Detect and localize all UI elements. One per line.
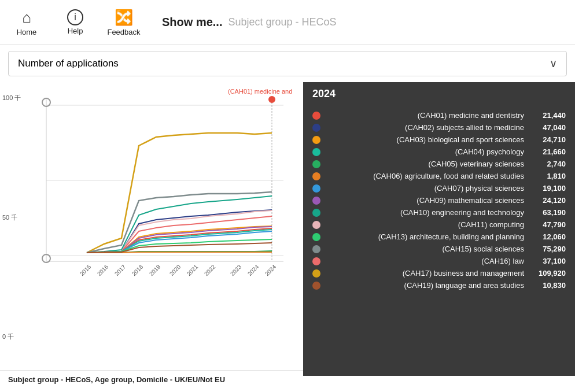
y-label-50: 50 千 <box>2 213 21 222</box>
home-nav[interactable]: ⌂ Home <box>9 9 44 36</box>
legend-label: (CAH06) agriculture, food and related st… <box>326 172 524 180</box>
svg-text:2023: 2023 <box>229 263 243 277</box>
svg-point-19 <box>268 96 275 103</box>
legend-item: (CAH16) law37,100 <box>312 255 566 267</box>
legend-dot <box>312 233 320 241</box>
legend-value: 21,660 <box>531 147 566 156</box>
legend-dot <box>312 209 320 217</box>
dropdown-label: Number of applications <box>18 58 119 69</box>
feedback-label: Feedback <box>107 28 140 36</box>
feedback-nav[interactable]: 🔀 Feedback <box>106 9 141 36</box>
svg-text:2015: 2015 <box>79 263 93 277</box>
legend-label: (CAH07) physical sciences <box>326 184 524 193</box>
legend-value: 37,100 <box>531 257 566 265</box>
legend-items-container: (CAH01) medicine and dentistry21,440(CAH… <box>312 109 566 291</box>
help-icon: i <box>67 9 83 25</box>
legend-item: (CAH01) medicine and dentistry21,440 <box>312 109 566 121</box>
y-label-100: 100 千 <box>2 94 21 102</box>
svg-text:2021: 2021 <box>186 263 200 277</box>
legend-dot <box>312 160 320 168</box>
svg-text:2024: 2024 <box>264 263 278 277</box>
legend-label: (CAH15) social sciences <box>326 245 524 253</box>
help-label: Help <box>68 27 83 35</box>
legend-label: (CAH02) subjects allied to medicine <box>326 123 524 132</box>
legend-dot <box>312 148 320 156</box>
legend-dot <box>312 172 320 180</box>
legend-value: 75,290 <box>531 245 566 253</box>
legend-item: (CAH06) agriculture, food and related st… <box>312 170 566 182</box>
legend-item: (CAH10) engineering and technology63,190 <box>312 206 566 219</box>
header: ⌂ Home i Help 🔀 Feedback Show me... Subj… <box>0 0 575 45</box>
legend-value: 109,920 <box>531 269 566 278</box>
legend-value: 10,830 <box>531 281 566 290</box>
legend-label: (CAH13) architecture, building and plann… <box>326 232 524 241</box>
legend-value: 2,740 <box>531 160 566 168</box>
legend-item: (CAH19) language and area studies10,830 <box>312 279 566 291</box>
legend-label: (CAH03) biological and sport sciences <box>326 135 524 144</box>
chevron-down-icon: ∨ <box>550 57 557 70</box>
legend-dot <box>312 282 320 290</box>
legend-item: (CAH09) mathematical sciences24,120 <box>312 194 566 206</box>
legend-value: 47,790 <box>531 220 566 229</box>
legend-value: 1,810 <box>531 172 566 180</box>
help-nav[interactable]: i Help <box>58 9 93 35</box>
home-label: Home <box>17 28 37 36</box>
legend-item: (CAH05) veterinary sciences2,740 <box>312 158 566 170</box>
status-text: Subject group - HECoS, Age group, Domici… <box>8 375 225 384</box>
legend-dot <box>312 136 320 144</box>
legend-value: 19,100 <box>531 184 566 193</box>
legend-value: 21,440 <box>531 111 566 120</box>
show-me-text: Show me... <box>162 16 222 29</box>
home-icon: ⌂ <box>22 9 31 27</box>
legend-label: (CAH10) engineering and technology <box>326 208 524 217</box>
legend-year: 2024 <box>312 88 566 103</box>
legend-dot <box>312 245 320 253</box>
legend-dot <box>312 197 320 205</box>
legend-panel: 2024 (CAH01) medicine and dentistry21,44… <box>303 82 575 376</box>
y-label-0: 0 千 <box>2 332 21 341</box>
legend-item: (CAH04) psychology21,660 <box>312 146 566 158</box>
legend-dot <box>312 221 320 229</box>
legend-label: (CAH01) medicine and dentistry <box>326 111 524 120</box>
legend-item: (CAH15) social sciences75,290 <box>312 243 566 255</box>
svg-text:2020: 2020 <box>168 263 182 277</box>
legend-label: (CAH09) mathematical sciences <box>326 196 524 205</box>
legend-dot <box>312 112 320 120</box>
legend-dot <box>312 184 320 193</box>
feedback-icon: 🔀 <box>115 9 133 27</box>
chart-tooltip-label: (CAH01) medicine and <box>226 87 294 96</box>
chart-svg-container: 2015 2016 2017 2018 2019 2020 2021 2022 … <box>29 88 301 341</box>
legend-value: 24,710 <box>531 135 566 144</box>
svg-text:2016: 2016 <box>96 263 110 277</box>
legend-dot <box>312 269 320 278</box>
legend-value: 24,120 <box>531 196 566 205</box>
legend-label: (CAH05) veterinary sciences <box>326 160 524 168</box>
legend-item: (CAH13) architecture, building and plann… <box>312 231 566 243</box>
svg-text:2019: 2019 <box>148 263 162 277</box>
legend-label: (CAH11) computing <box>326 220 524 229</box>
legend-value: 47,040 <box>531 123 566 132</box>
applications-dropdown[interactable]: Number of applications ∨ <box>8 51 567 76</box>
legend-item: (CAH17) business and management109,920 <box>312 267 566 279</box>
legend-label: (CAH04) psychology <box>326 147 524 156</box>
main-content: 100 千 50 千 0 千 <box>0 82 575 376</box>
legend-item: (CAH03) biological and sport sciences24,… <box>312 134 566 146</box>
chart-svg: 2015 2016 2017 2018 2019 2020 2021 2022 … <box>29 88 295 313</box>
legend-item: (CAH02) subjects allied to medicine47,04… <box>312 121 566 134</box>
svg-text:2017: 2017 <box>113 263 127 277</box>
chart-area: 100 千 50 千 0 千 <box>0 82 301 376</box>
legend-item: (CAH11) computing47,790 <box>312 219 566 231</box>
legend-value: 12,060 <box>531 232 566 241</box>
svg-text:2018: 2018 <box>131 263 145 277</box>
subject-group-text: Subject group - HECoS <box>228 16 336 28</box>
y-axis-labels: 100 千 50 千 0 千 <box>2 94 21 341</box>
legend-label: (CAH16) law <box>326 257 524 265</box>
legend-dot <box>312 124 320 132</box>
svg-text:2022: 2022 <box>203 263 217 277</box>
svg-text:2024: 2024 <box>246 263 260 277</box>
legend-label: (CAH17) business and management <box>326 269 524 278</box>
legend-dot <box>312 257 320 265</box>
legend-item: (CAH07) physical sciences19,100 <box>312 182 566 194</box>
legend-label: (CAH19) language and area studies <box>326 281 524 290</box>
show-me-section: Show me... Subject group - HECoS <box>162 16 337 29</box>
